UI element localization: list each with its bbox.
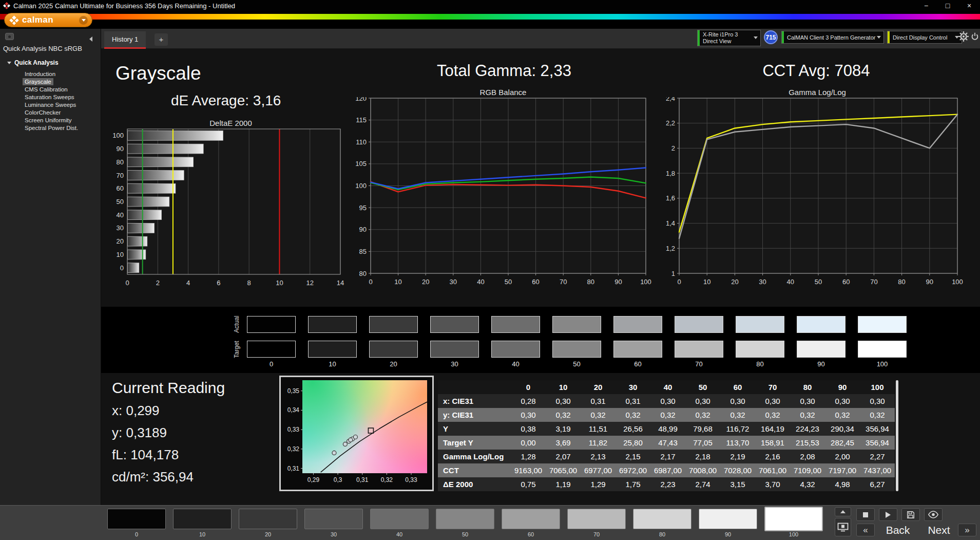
calman-menu-button[interactable]: calman (4, 13, 92, 27)
menu-dropdown-button[interactable] (79, 16, 88, 25)
sidebar-item-grayscale[interactable]: Grayscale (0, 78, 101, 85)
pattern-level-button-10[interactable] (173, 509, 232, 529)
svg-text:80: 80 (117, 158, 124, 166)
pattern-level-button-40[interactable] (370, 509, 429, 529)
brand-bar: calman (0, 11, 980, 29)
sidebar-item-cms-calibration[interactable]: CMS Calibration (0, 85, 101, 93)
sidebar-item-introduction[interactable]: Introduction (0, 70, 101, 78)
table-cell: 0,32 (685, 408, 720, 422)
current-reading-value: cd/m²: 356,94 (112, 469, 194, 491)
stop-button[interactable] (856, 508, 875, 521)
back-button[interactable]: Back (877, 524, 919, 536)
table-row-label: ΔE 2000 (438, 477, 511, 491)
actual-swatch-60 (613, 316, 662, 333)
workflow-root-node[interactable]: Quick Analysis (7, 59, 59, 66)
chevron-down-icon (877, 36, 881, 39)
pattern-level-button-90[interactable] (699, 509, 757, 529)
play-button[interactable] (879, 508, 897, 521)
table-column-header: 80 (790, 380, 825, 394)
svg-text:0: 0 (369, 278, 372, 286)
table-cell: 9163,00 (511, 463, 546, 477)
table-row: Gamma Log/Log1,282,072,132,152,172,182,1… (438, 450, 895, 463)
pattern-level-button-30[interactable] (304, 509, 363, 529)
strip-level-label: 40 (491, 360, 540, 368)
table-cell: 7028,00 (720, 463, 755, 477)
measurement-table: 0102030405060708090100x: CIE310,280,300,… (438, 380, 895, 491)
table-row: y: CIE310,300,320,320,320,320,320,320,32… (438, 408, 895, 422)
svg-text:12: 12 (306, 279, 313, 287)
settings-button[interactable] (958, 31, 969, 42)
pin-sidebar-button[interactable] (5, 33, 14, 40)
table-cell: 0,28 (511, 394, 546, 408)
cie-chromaticity-chart[interactable]: 0,350,340,330,320,310,290,30,310,320,33 (279, 376, 434, 491)
pattern-level-button-0[interactable] (107, 509, 166, 529)
target-swatch-90 (797, 341, 846, 358)
next-page-button[interactable]: » (958, 524, 976, 536)
pattern-level-button-80[interactable] (633, 509, 691, 529)
meter-reading-badge: 715 (764, 30, 778, 44)
pattern-level-label: 40 (370, 531, 429, 537)
pattern-generator-dropdown[interactable]: CalMAN Client 3 Pattern Generator (781, 31, 884, 44)
table-cell: 224,23 (790, 422, 825, 436)
strip-level-label: 10 (308, 360, 357, 368)
table-column-header: 60 (720, 380, 755, 394)
layout-up-button[interactable] (835, 507, 851, 516)
table-cell: 2,15 (616, 450, 650, 463)
next-button[interactable]: Next (922, 524, 956, 536)
actual-swatch-0 (247, 316, 296, 333)
tab-history-1[interactable]: History 1 (104, 31, 146, 49)
gear-icon (958, 31, 969, 42)
display-control-dropdown[interactable]: Direct Display Control (887, 31, 962, 44)
sidebar-item-screen-uniformity[interactable]: Screen Uniformity (0, 116, 101, 124)
deltae-2000-plot: 024681012141009080706050403020100 (101, 128, 360, 291)
sidebar-item-label: Introduction (23, 70, 57, 78)
pattern-level-button-20[interactable] (239, 509, 297, 529)
meter-selector-dropdown[interactable]: X-Rite i1Pro 3 Direct View (697, 30, 761, 46)
table-cell: 1,75 (616, 477, 650, 491)
sidebar-item-spectral-power-dist-[interactable]: Spectral Power Dist. (0, 124, 101, 132)
meter-mode: Direct View (703, 38, 738, 45)
pattern-level-button-100[interactable] (764, 507, 823, 531)
table-column-header (438, 380, 511, 394)
minimize-button[interactable]: − (915, 0, 937, 11)
svg-text:2: 2 (671, 144, 675, 152)
pattern-control-bar: 0102030405060708090100 (0, 505, 980, 540)
pattern-level-button-60[interactable] (502, 509, 560, 529)
table-cell: 2,19 (720, 450, 755, 463)
power-button[interactable] (970, 31, 979, 42)
maximize-button[interactable]: □ (937, 0, 958, 11)
close-button[interactable]: × (958, 0, 980, 11)
sidebar-item-luminance-sweeps[interactable]: Luminance Sweeps (0, 101, 101, 108)
pattern-level-button-50[interactable] (436, 509, 494, 529)
pattern-level-label: 60 (502, 531, 560, 537)
rgb-balance-chart: RGB Balance 1201151101051009590858001020… (349, 88, 657, 293)
table-cell: 0,75 (511, 477, 546, 491)
sidebar-item-colorchecker[interactable]: ColorChecker (0, 108, 101, 116)
display-pattern-button[interactable] (835, 518, 851, 536)
svg-text:30: 30 (117, 224, 124, 232)
cie-plot-overlay: 0,350,340,330,320,310,290,30,310,320,33 (281, 377, 432, 490)
table-cell: 2,00 (825, 450, 860, 463)
table-cell: 7008,00 (685, 463, 720, 477)
target-swatch-40 (491, 341, 540, 358)
table-column-header: 40 (650, 380, 685, 394)
table-row: CCT9163,007065,006977,006972,006987,0070… (438, 463, 895, 477)
svg-text:40: 40 (117, 211, 124, 219)
svg-text:105: 105 (355, 160, 367, 167)
svg-text:100: 100 (640, 278, 651, 286)
add-tab-button[interactable]: + (155, 33, 168, 46)
table-cell: 0,32 (755, 408, 790, 422)
svg-text:10: 10 (394, 278, 401, 286)
table-scrollbar[interactable] (896, 380, 898, 491)
actual-swatch-50 (552, 316, 601, 333)
previous-page-button[interactable]: « (856, 524, 875, 536)
collapse-sidebar-button[interactable] (89, 34, 92, 44)
pattern-level-button-70[interactable] (567, 509, 626, 529)
target-swatch-10 (308, 341, 357, 358)
sidebar-item-saturation-sweeps[interactable]: Saturation Sweeps (0, 93, 101, 101)
save-button[interactable] (901, 508, 920, 521)
read-continuous-button[interactable] (924, 508, 943, 521)
table-header-row: 0102030405060708090100 (438, 380, 895, 394)
strip-level-label: 60 (613, 360, 662, 368)
svg-text:90: 90 (614, 278, 622, 286)
